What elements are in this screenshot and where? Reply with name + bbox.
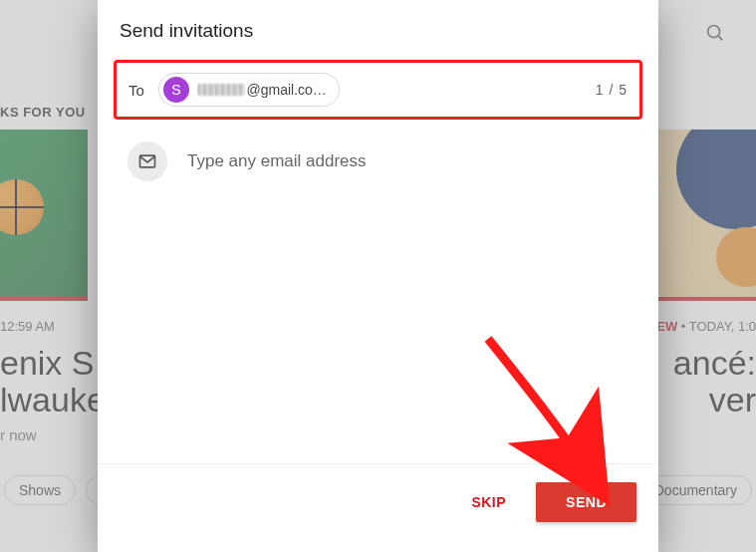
send-invitations-dialog: Send invitations To S @gmail.co… 1 / 5 T…	[98, 0, 658, 552]
dialog-actions: SKIP SEND	[98, 464, 658, 552]
to-field-highlight[interactable]: To S @gmail.co… 1 / 5	[114, 60, 642, 120]
left-item-sub: r now	[0, 426, 37, 443]
section-label: KS FOR YOU	[0, 105, 86, 120]
recipient-avatar: S	[163, 77, 189, 103]
hero-tile-left[interactable]	[0, 130, 88, 301]
dialog-title: Send invitations	[98, 0, 658, 60]
recipient-chip[interactable]: S @gmail.co…	[158, 73, 340, 107]
chip-shows[interactable]: Shows	[4, 475, 76, 505]
mail-icon	[127, 141, 167, 181]
svg-line-1	[718, 36, 722, 40]
skip-button[interactable]: SKIP	[463, 486, 514, 518]
recipient-counter: 1 / 5	[596, 82, 628, 98]
email-input-row[interactable]: Type any email address	[98, 128, 658, 181]
right-item-title: ancé: ver	[673, 345, 756, 419]
recipient-email: @gmail.co…	[197, 82, 327, 98]
redacted-text	[197, 84, 245, 96]
svg-point-0	[708, 26, 720, 38]
send-button[interactable]: SEND	[536, 482, 636, 522]
to-label: To	[128, 82, 144, 99]
email-input-placeholder: Type any email address	[187, 151, 367, 171]
left-item-meta: 12:59 AM	[0, 319, 55, 334]
search-icon[interactable]	[704, 22, 726, 48]
right-item-meta: EW • TODAY, 1:0	[656, 319, 756, 334]
